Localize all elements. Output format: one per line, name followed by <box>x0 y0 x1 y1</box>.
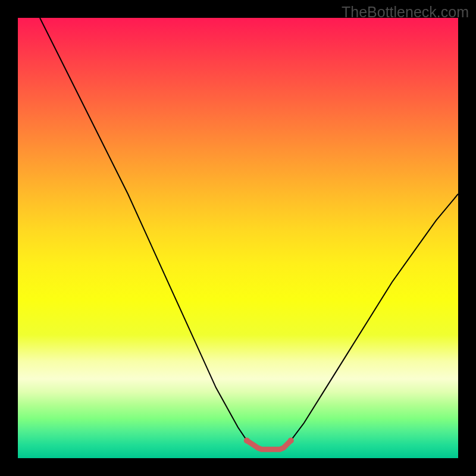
optimal-band-marker <box>247 440 291 449</box>
plot-area <box>18 18 458 458</box>
chart-svg <box>18 18 458 458</box>
optimal-band-end-dot <box>288 437 294 443</box>
watermark-text: TheBottleneck.com <box>342 4 469 21</box>
optimal-band-start-dot <box>244 437 250 443</box>
bottleneck-curve-path <box>40 18 458 449</box>
